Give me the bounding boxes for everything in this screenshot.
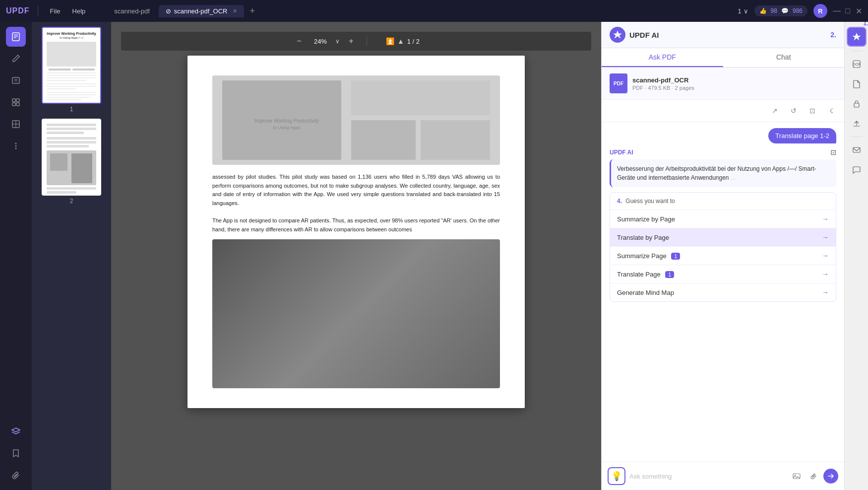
ai-input-icons xyxy=(790,469,838,484)
titlebar: UPDF File Help scanned-pdf ⊘ scanned-pdf… xyxy=(0,0,868,22)
svg-rect-31 xyxy=(47,94,96,95)
guess-item-summarize-by-page[interactable]: Summarize by Page → xyxy=(610,210,836,228)
svg-rect-36 xyxy=(47,128,96,130)
titlebar-tabs: scanned-pdf ⊘ scanned-pdf_OCR ✕ + xyxy=(107,4,259,18)
annotation-2: 2. xyxy=(830,31,836,39)
svg-rect-29 xyxy=(47,88,76,89)
image-input-icon[interactable] xyxy=(790,469,804,483)
tab-add-button[interactable]: + xyxy=(246,4,259,18)
tab-icon: ⊘ xyxy=(166,7,171,15)
ai-header: UPDF AI 2. xyxy=(602,22,844,48)
send-button[interactable] xyxy=(823,469,838,484)
badge-summarize: 1 xyxy=(671,253,680,260)
svg-rect-39 xyxy=(47,141,96,143)
svg-rect-21 xyxy=(49,69,71,70)
attach-input-icon[interactable] xyxy=(806,469,820,483)
stats-badge: 👍 98 💬 986 xyxy=(754,5,807,16)
guess-item-summarize-page[interactable]: Summarize Page 1 → xyxy=(610,246,836,265)
svg-rect-24 xyxy=(47,75,96,76)
file-details: scanned-pdf_OCR PDF · 479.5 KB · 2 pages xyxy=(632,76,694,91)
sidebar-icon-pen[interactable] xyxy=(6,49,26,69)
sidebar-icon-more[interactable] xyxy=(6,136,26,156)
sidebar-icon-document[interactable] xyxy=(6,27,26,47)
svg-rect-28 xyxy=(47,86,96,87)
thumbnail-panel: Improve Working Productivity in Using Ap… xyxy=(32,22,111,490)
svg-rect-35 xyxy=(47,124,96,126)
copy-icon[interactable]: ⊡ xyxy=(806,104,819,118)
upload-button[interactable] xyxy=(848,115,866,133)
thumbnail-item-1[interactable]: Improve Working Productivity in Using Ap… xyxy=(37,27,106,113)
help-menu[interactable]: Help xyxy=(68,5,90,17)
svg-rect-38 xyxy=(47,137,96,140)
zoom-in-button[interactable]: + xyxy=(345,35,358,48)
svg-rect-30 xyxy=(47,92,96,93)
app-logo: UPDF xyxy=(6,6,30,15)
svg-rect-50 xyxy=(421,120,490,160)
ai-input-field[interactable] xyxy=(629,473,786,480)
guess-item-translate-page[interactable]: Translate Page 1 → xyxy=(610,265,836,283)
right-toolbar: 1. OCR xyxy=(844,22,868,490)
ai-chat: Translate page 1-2 UPDF AI ⊡ Verbesserun… xyxy=(602,122,844,462)
guess-item-mind-map[interactable]: Generate Mind Map → xyxy=(610,283,836,301)
svg-rect-10 xyxy=(16,103,19,106)
mail-button[interactable] xyxy=(848,141,866,159)
svg-rect-25 xyxy=(47,77,96,78)
svg-rect-0 xyxy=(12,33,19,41)
tab-label-inactive: scanned-pdf xyxy=(114,7,150,15)
svg-rect-33 xyxy=(47,99,81,100)
arrow-icon-3: → xyxy=(822,270,829,278)
sidebar-icon-text[interactable] xyxy=(6,70,26,90)
ai-logo-icon xyxy=(610,27,625,43)
refresh-icon[interactable]: ↺ xyxy=(787,104,801,118)
sidebar-icon-paperclip[interactable] xyxy=(6,465,26,485)
guess-item-translate-by-page[interactable]: Translate by Page → xyxy=(610,228,836,246)
sidebar-icon-grid[interactable] xyxy=(6,92,26,112)
minimize-button[interactable]: — xyxy=(833,7,840,14)
ocr-button[interactable]: OCR xyxy=(848,55,866,73)
ai-title: UPDF AI xyxy=(629,31,659,39)
nav-prev-button[interactable]: ▲ xyxy=(397,37,404,45)
tab-scanned-pdf[interactable]: scanned-pdf xyxy=(107,5,157,17)
titlebar-nav: File Help xyxy=(46,5,90,17)
sidebar-icon-bookmark[interactable] xyxy=(6,443,26,463)
zoom-out-button[interactable]: − xyxy=(293,35,306,48)
export-icon[interactable]: ↗ xyxy=(768,104,782,118)
zoom-dropdown[interactable]: ∨ xyxy=(335,38,340,45)
thumbnail-item-2[interactable]: 2 xyxy=(37,119,106,205)
bulb-button[interactable]: 💡 xyxy=(608,467,625,485)
ai-tab-ask-pdf[interactable]: Ask PDF xyxy=(602,48,723,67)
maximize-button[interactable]: □ xyxy=(844,7,851,14)
sidebar-icon-layers[interactable] xyxy=(6,421,26,441)
page-display: 1 / 2 xyxy=(407,38,420,45)
arrow-icon-1: → xyxy=(822,233,829,241)
zoom-value: 24% xyxy=(310,38,330,45)
ai-main-button[interactable] xyxy=(847,27,867,47)
ai-response-text: Verbesserung der Arbeitsproduktivität be… xyxy=(610,159,836,187)
avatar[interactable]: R xyxy=(813,4,827,18)
svg-text:Improve Working Productivity: Improve Working Productivity xyxy=(47,32,96,36)
share-icon[interactable]: ☇ xyxy=(824,104,838,118)
tab-close-icon[interactable]: ✕ xyxy=(233,8,237,14)
copy-response-icon[interactable]: ⊡ xyxy=(830,148,836,156)
lock-button[interactable] xyxy=(848,95,866,113)
guess-section: 4. Guess you want to Summarize by Page →… xyxy=(610,192,836,302)
pdf-image-placeholder xyxy=(212,239,500,388)
svg-rect-49 xyxy=(351,120,416,160)
svg-rect-43 xyxy=(71,153,92,183)
ai-input-row: 💡 xyxy=(608,467,838,485)
page-current: 1 xyxy=(738,7,741,15)
tab-label-active: scanned-pdf_OCR xyxy=(174,7,228,15)
svg-rect-40 xyxy=(47,145,89,147)
file-button[interactable] xyxy=(848,75,866,93)
ai-tab-chat[interactable]: Chat xyxy=(723,48,845,67)
file-meta: PDF · 479.5 KB · 2 pages xyxy=(632,85,694,91)
close-button[interactable]: ✕ xyxy=(855,7,862,14)
chat-button[interactable] xyxy=(848,161,866,179)
file-menu[interactable]: File xyxy=(46,5,64,17)
titlebar-divider xyxy=(38,6,38,16)
sidebar-icon-edit[interactable] xyxy=(6,114,26,134)
svg-rect-32 xyxy=(47,97,91,98)
nav-first-button[interactable]: ⏫ xyxy=(386,37,394,45)
ai-response: UPDF AI ⊡ Verbesserung der Arbeitsproduk… xyxy=(610,148,836,187)
tab-scanned-pdf-ocr[interactable]: ⊘ scanned-pdf_OCR ✕ xyxy=(159,5,244,17)
